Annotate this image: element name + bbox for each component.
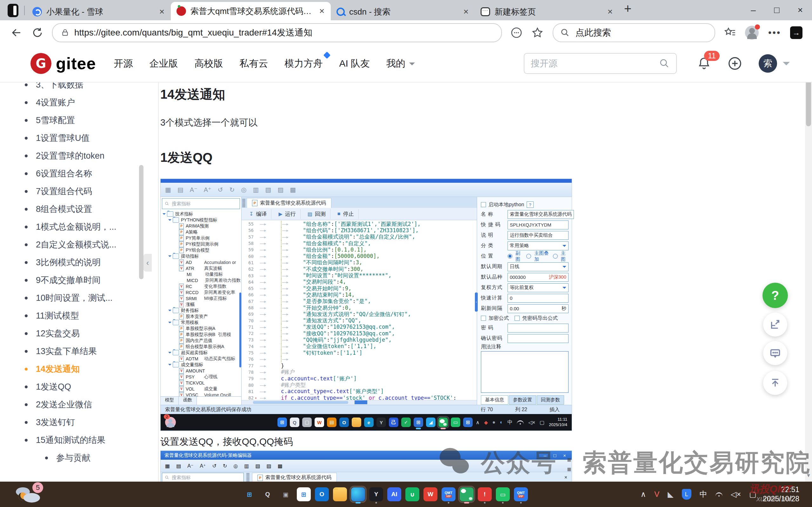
field-input[interactable]: 运行指数中买卖组合 xyxy=(507,231,569,240)
code-line[interactable]: 75 → → "钉钉token":['1,1'] xyxy=(241,350,477,356)
code-line[interactable]: 67 → → "是否参加集合竞价":"是", xyxy=(241,298,477,304)
toc-item[interactable]: 1设置雪球U值 xyxy=(25,133,149,144)
tree-item[interactable]: V PSY 心理线 xyxy=(161,374,241,380)
tab-close-icon[interactable]: × xyxy=(606,7,614,17)
tab-close-icon[interactable]: × xyxy=(318,6,326,16)
taskbar-app-icon[interactable]: ◢ xyxy=(426,417,436,427)
code-line[interactable]: 73 → → "QQ掩码":"jjfgdhklgguebdje", xyxy=(241,337,477,343)
usage-note-textarea[interactable] xyxy=(481,351,569,393)
drag-handle[interactable] xyxy=(242,199,246,207)
toc-item[interactable]: 2自定义金额模式说... xyxy=(25,239,149,250)
tray-icon[interactable]: ▢ xyxy=(749,490,756,499)
tree-item[interactable]: V VOL 成交量 xyxy=(161,386,241,392)
taskbar-app-icon[interactable]: O xyxy=(315,487,329,501)
tree-item[interactable]: MI 动量指标 xyxy=(161,271,241,277)
tree-item[interactable]: MICD 异同离差动力指数 xyxy=(161,277,241,283)
taskbar-app-icon[interactable]: QMT VIP xyxy=(442,487,455,501)
toc-item[interactable]: 4设置账户 xyxy=(25,97,149,108)
panel-tab[interactable]: 模型 xyxy=(161,397,179,405)
toc-item[interactable]: 5雪球配置 xyxy=(25,115,149,126)
toc-item[interactable]: 15通知测试的结果 xyxy=(25,435,149,446)
taskbar-app-icon[interactable]: ▢ xyxy=(302,417,312,427)
taskbar-clock[interactable]: 11:11 2025/10/4 xyxy=(549,417,567,428)
editor-action-button[interactable]: ↧ 编译 xyxy=(245,209,271,219)
tree-item[interactable]: 技术指标 xyxy=(161,211,241,217)
taskbar-app-icon[interactable]: W xyxy=(424,487,437,501)
radio-selected[interactable] xyxy=(507,254,512,259)
dropdown-caret-icon[interactable] xyxy=(562,266,566,270)
code-line[interactable]: 72 → → "接收QQ":"1029762153@qq.com", xyxy=(241,330,477,337)
favorite-star-icon[interactable] xyxy=(531,26,544,39)
panel-collapse-handle[interactable]: ‹ xyxy=(475,292,478,312)
tree-item[interactable]: P 单股模型示例B 引用模 xyxy=(161,332,241,338)
back-icon[interactable] xyxy=(11,27,22,38)
tray-icon[interactable]: ◁× xyxy=(731,490,741,499)
code-line[interactable]: 74 → → "企业微信token":['1,1'], xyxy=(241,343,477,350)
tree-item[interactable]: 超买超卖指标 xyxy=(161,350,241,356)
taskbar-app-icon[interactable] xyxy=(352,417,361,427)
extensions-icon[interactable] xyxy=(510,26,523,39)
new-tab-button[interactable]: + xyxy=(624,2,631,16)
tree-item[interactable]: 财务指标 xyxy=(161,307,241,314)
taskbar-app-icon[interactable]: ⊞ xyxy=(297,487,311,501)
tree-item[interactable]: P PY组合模型 xyxy=(161,247,241,253)
taskbar-app-icon[interactable]: AI xyxy=(387,487,401,501)
tree-item[interactable]: V RCCD 异同离差变化率 xyxy=(161,289,241,295)
field-input[interactable]: 0 xyxy=(507,294,569,303)
browser-profile-avatar[interactable] xyxy=(745,26,759,40)
radio[interactable] xyxy=(526,254,531,259)
toolbar-icon[interactable]: ↻ xyxy=(229,186,234,193)
taskbar-app-icon[interactable]: ✓ xyxy=(401,417,411,427)
taskbar-app-icon[interactable]: ▣ xyxy=(279,487,293,501)
toc-item[interactable]: 7设置组合代码 xyxy=(25,186,149,197)
export-checkbox[interactable] xyxy=(515,316,520,321)
radio-label[interactable]: 副图 xyxy=(516,250,523,262)
toolbar-icon[interactable]: A⁺ xyxy=(204,186,211,193)
tree-scrollbar-thumb[interactable] xyxy=(239,292,241,368)
toolbar-icon[interactable]: ▦ xyxy=(165,186,171,193)
comment-fab[interactable] xyxy=(763,341,787,365)
edit-fab[interactable] xyxy=(763,313,787,337)
browser-menu-icon[interactable]: ••• xyxy=(768,27,781,38)
panel-tab[interactable]: 基本信息 xyxy=(481,395,508,404)
tree-item[interactable]: 摆动指标 xyxy=(161,253,241,259)
code-line[interactable]: 71 → → "发送QQ":"1029762153@qq.com", xyxy=(241,324,477,330)
gitee-nav-item[interactable]: 我的 xyxy=(386,57,415,70)
code-line[interactable]: 78 → → #账户 xyxy=(241,369,477,375)
tree-item[interactable]: P 国内生产总值 xyxy=(161,338,241,344)
taskbar-app-icon[interactable]: ▭ xyxy=(496,487,510,501)
tree-item[interactable]: 常用模板 xyxy=(161,320,241,326)
taskbar-app-icon[interactable]: ⊞ xyxy=(277,417,287,427)
gitee-nav-item[interactable]: 开源 xyxy=(114,57,133,70)
toc-item[interactable]: 14发送通知 xyxy=(25,363,149,375)
tree-item[interactable]: P 组合模型单股示例A xyxy=(161,344,241,350)
maximize-button[interactable]: □ xyxy=(553,453,556,458)
tray-icon[interactable]: 中 xyxy=(507,419,512,426)
favorites-bar-icon[interactable] xyxy=(723,26,737,39)
code-line[interactable]: 55 → → "组合名称":['西蒙斯测试1','西蒙斯测试2'], xyxy=(241,221,477,227)
help-icon[interactable]: ? xyxy=(527,202,534,208)
toolbar-icon[interactable]: ▦ xyxy=(165,463,170,469)
url-field[interactable]: https://gitee.com/quants/big_qmt_xueqiu_… xyxy=(52,23,502,42)
sidebar-toggle-icon[interactable]: → xyxy=(790,26,803,39)
field-input[interactable]: SPLHXQJYXTYDM xyxy=(507,221,569,229)
tree-item[interactable]: P ARIMA预测 xyxy=(161,223,241,229)
tree-item[interactable]: V ATR 真实波幅 xyxy=(161,265,241,271)
code-line[interactable]: 82 ▾ → → if c.account_type=='stock' or c… xyxy=(241,395,477,400)
toc-item[interactable]: 10时间设置，测试... xyxy=(25,292,149,303)
browser-tab[interactable]: 新建标签页 × xyxy=(475,3,619,20)
code-line[interactable]: 64 → → "交易时间段":4, xyxy=(241,279,477,285)
field-input[interactable]: 常用策略 xyxy=(507,241,569,250)
code-line[interactable]: 81 → → c.account_type=c.text['账户类型'] xyxy=(241,388,477,395)
panel-tab[interactable]: 回测参数 xyxy=(537,395,564,404)
close-button[interactable]: × xyxy=(563,453,566,458)
avatar-caret-icon[interactable] xyxy=(783,62,790,69)
radio-label[interactable]: 主图叠加 xyxy=(534,250,550,262)
tree-item[interactable]: P 股本贡资产 xyxy=(161,314,241,320)
tray-icon[interactable]: ◁× xyxy=(528,419,535,426)
radio-label[interactable]: 主图 xyxy=(561,250,569,262)
code-line[interactable]: 63 → → "时间设置":"时间设置********", xyxy=(241,272,477,279)
minimize-button[interactable]: – xyxy=(544,453,546,458)
taskbar-app-icon[interactable]: ⊞ xyxy=(414,417,423,427)
password-input[interactable] xyxy=(507,324,569,333)
